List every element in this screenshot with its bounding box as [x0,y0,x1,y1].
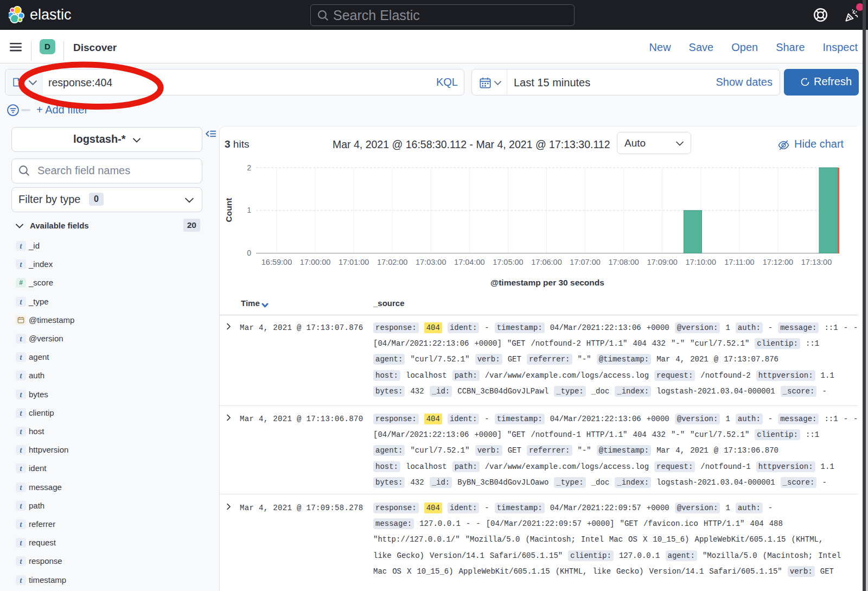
svg-text:17:12:00: 17:12:00 [763,258,793,266]
svg-text:17:01:00: 17:01:00 [339,258,369,266]
svg-text:17:04:00: 17:04:00 [454,258,484,266]
svg-text:17:06:00: 17:06:00 [531,258,561,266]
svg-text:17:11:00: 17:11:00 [724,258,754,266]
svg-text:17:05:00: 17:05:00 [493,258,523,266]
svg-text:17:10:00: 17:10:00 [686,258,716,266]
svg-text:2: 2 [247,163,251,172]
svg-text:1: 1 [247,206,251,214]
svg-text:17:09:00: 17:09:00 [647,258,677,266]
svg-text:17:13:00: 17:13:00 [801,258,832,266]
svg-text:0: 0 [247,249,251,257]
svg-text:17:08:00: 17:08:00 [608,258,639,266]
svg-text:17:03:00: 17:03:00 [416,258,446,266]
svg-text:16:59:00: 16:59:00 [261,258,292,266]
svg-text:17:07:00: 17:07:00 [570,258,600,266]
svg-text:17:02:00: 17:02:00 [377,258,407,266]
svg-text:17:00:00: 17:00:00 [300,258,330,266]
